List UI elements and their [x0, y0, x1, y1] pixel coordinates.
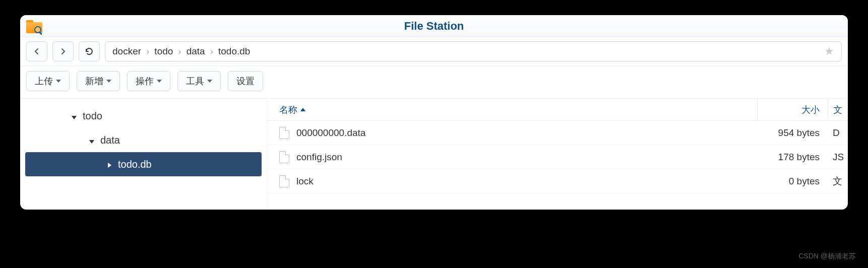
refresh-button[interactable]: [79, 41, 100, 61]
file-name: lock: [296, 176, 314, 187]
file-size: 178 bytes: [757, 152, 828, 163]
file-type: JS: [828, 152, 848, 163]
tree-label: todo: [83, 110, 102, 122]
file-list: 名称 大小 文 000000000.data 954 bytes D confi…: [267, 99, 848, 210]
expand-toggle[interactable]: [71, 110, 78, 122]
crumb-todo[interactable]: todo: [154, 46, 173, 57]
chevron-right-icon: ›: [178, 46, 181, 57]
create-button[interactable]: 新增: [77, 71, 120, 91]
column-size[interactable]: 大小: [757, 99, 828, 120]
file-size: 954 bytes: [757, 127, 828, 139]
caret-right-icon: [108, 163, 111, 168]
star-icon[interactable]: ★: [824, 45, 834, 58]
caret-down-icon: [56, 80, 61, 83]
crumb-tododb[interactable]: todo.db: [218, 46, 250, 57]
caret-down-icon: [157, 80, 162, 83]
chevron-right-icon: [59, 48, 67, 55]
toolbar: 上传 新增 操作 工具 设置: [20, 66, 848, 99]
tree-item-todo[interactable]: todo: [20, 104, 267, 128]
file-icon: [279, 175, 289, 187]
chevron-right-icon: ›: [146, 46, 149, 57]
action-button[interactable]: 操作: [127, 71, 170, 91]
table-row[interactable]: config.json 178 bytes JS: [267, 145, 848, 169]
list-header: 名称 大小 文: [267, 99, 848, 121]
expand-toggle[interactable]: [106, 159, 113, 170]
expand-toggle[interactable]: [88, 135, 95, 146]
file-name: config.json: [296, 152, 342, 163]
folder-tree: todo data todo.db: [20, 99, 267, 210]
file-icon: [279, 127, 289, 139]
caret-down-icon: [72, 116, 77, 119]
app-folder-search-icon: [26, 19, 42, 33]
file-type: 文: [828, 175, 848, 188]
settings-button[interactable]: 设置: [228, 71, 263, 91]
file-station-window: File Station docker › todo › data › todo…: [20, 15, 848, 210]
caret-down-icon: [89, 140, 94, 144]
chevron-right-icon: ›: [210, 46, 213, 57]
tree-item-tododb[interactable]: todo.db: [25, 152, 262, 176]
content: todo data todo.db 名称 大小 文 000000000.: [20, 99, 848, 210]
file-icon: [279, 151, 289, 163]
table-row[interactable]: lock 0 bytes 文: [267, 169, 848, 193]
breadcrumb[interactable]: docker › todo › data › todo.db ★: [105, 41, 842, 61]
caret-down-icon: [106, 80, 111, 83]
nav-row: docker › todo › data › todo.db ★: [20, 37, 848, 66]
chevron-left-icon: [33, 48, 40, 55]
file-name: 000000000.data: [296, 127, 365, 139]
upload-button[interactable]: 上传: [26, 71, 70, 91]
table-row[interactable]: 000000000.data 954 bytes D: [267, 121, 848, 145]
app-title: File Station: [48, 20, 820, 33]
tree-item-data[interactable]: data: [20, 128, 267, 152]
tree-label: data: [100, 135, 120, 146]
crumb-docker[interactable]: docker: [112, 46, 141, 57]
file-type: D: [828, 127, 848, 139]
titlebar: File Station: [20, 15, 848, 37]
column-name[interactable]: 名称: [267, 104, 757, 116]
sort-asc-icon: [300, 108, 305, 111]
tools-button[interactable]: 工具: [177, 71, 221, 91]
file-size: 0 bytes: [757, 176, 828, 187]
refresh-icon: [85, 47, 94, 56]
column-type[interactable]: 文: [828, 99, 848, 120]
forward-button[interactable]: [52, 41, 74, 61]
tree-label: todo.db: [118, 159, 152, 170]
back-button[interactable]: [26, 41, 47, 61]
crumb-data[interactable]: data: [187, 46, 205, 57]
caret-down-icon: [207, 80, 212, 83]
